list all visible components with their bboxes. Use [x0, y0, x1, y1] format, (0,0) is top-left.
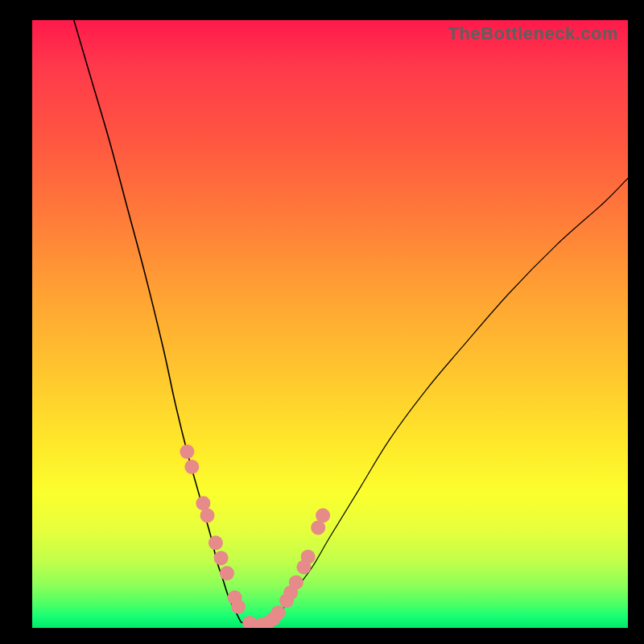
curve-right-branch — [270, 178, 628, 621]
curve-left-branch — [74, 20, 241, 621]
highlight-dot — [271, 605, 286, 620]
highlight-dots-group — [180, 444, 330, 628]
highlight-dot — [231, 600, 246, 614]
curve-layer — [32, 20, 628, 628]
plot-area: TheBottleneck.com — [32, 20, 628, 628]
highlight-dot — [208, 535, 223, 550]
highlight-dot — [184, 460, 199, 474]
highlight-dot — [200, 508, 215, 522]
highlight-dot — [214, 551, 229, 565]
highlight-dot — [301, 550, 316, 564]
chart-frame: TheBottleneck.com — [0, 0, 644, 644]
highlight-dot — [180, 444, 194, 459]
highlight-dot — [289, 575, 303, 589]
highlight-dot — [316, 508, 330, 522]
highlight-dot — [220, 566, 234, 580]
